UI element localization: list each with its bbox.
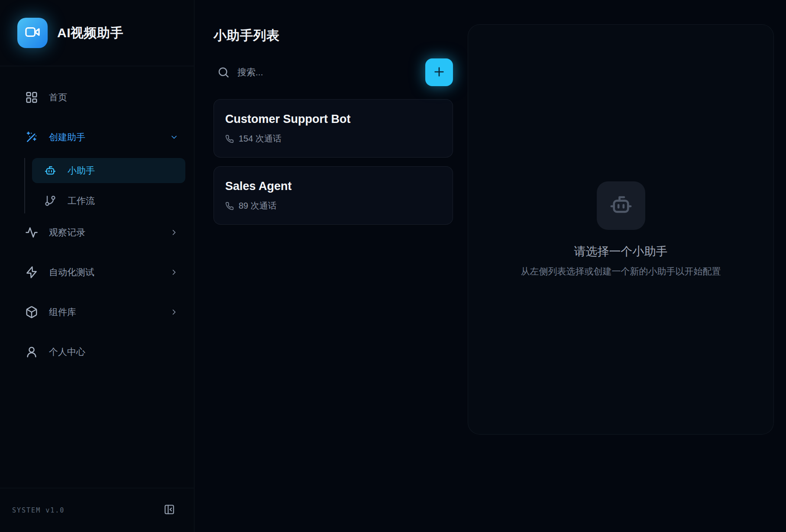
assistant-list-panel: 小助手列表 Customer Support Bot: [213, 24, 453, 532]
empty-state-icon-box: [597, 181, 645, 230]
panel-left-close-icon: [164, 510, 175, 516]
zap-icon: [25, 266, 38, 279]
assistant-list: Customer Support Bot 154 次通话 Sales Agent: [213, 99, 453, 225]
sidebar-item-label: 工作流: [68, 195, 95, 207]
bot-icon: [609, 193, 633, 219]
chevron-right-icon: [170, 268, 178, 277]
collapse-sidebar-button[interactable]: [163, 504, 176, 517]
plus-icon: [432, 65, 446, 80]
sidebar-submenu: 小助手 工作流: [24, 158, 185, 213]
chevron-right-icon: [170, 228, 178, 237]
sidebar-item-create-assistant[interactable]: 创建助手: [17, 124, 185, 150]
sidebar-item-label: 组件库: [49, 306, 76, 318]
search-row: [213, 58, 453, 86]
assistant-card[interactable]: Customer Support Bot 154 次通话: [213, 99, 453, 158]
assistant-detail-panel: 请选择一个小助手 从左侧列表选择或创建一个新的小助手以开始配置: [468, 24, 774, 435]
app-logo: [17, 18, 48, 48]
system-version: SYSTEM v1.0: [12, 506, 65, 514]
sidebar-nav: 首页 创建助手 小助手: [0, 66, 194, 488]
assistant-name: Sales Agent: [225, 180, 440, 193]
sidebar-item-label: 观察记录: [49, 226, 85, 239]
assistant-name: Customer Support Bot: [225, 113, 440, 126]
search-icon: [217, 66, 230, 79]
empty-state: 请选择一个小助手 从左侧列表选择或创建一个新的小助手以开始配置: [521, 181, 721, 277]
sidebar: AI视频助手 首页 创建助手: [0, 0, 194, 532]
add-assistant-button[interactable]: [425, 58, 453, 86]
activity-icon: [25, 226, 38, 239]
sidebar-item-assistants[interactable]: 小助手: [32, 158, 185, 183]
sidebar-item-label: 个人中心: [49, 346, 85, 358]
sidebar-item-home[interactable]: 首页: [17, 84, 185, 110]
assistant-card[interactable]: Sales Agent 89 次通话: [213, 166, 453, 225]
box-icon: [25, 306, 38, 319]
page-title: 小助手列表: [213, 27, 453, 45]
chevron-down-icon: [170, 133, 178, 142]
search-input[interactable]: [237, 67, 425, 77]
sidebar-item-observation-log[interactable]: 观察记录: [17, 219, 185, 245]
bot-icon: [44, 164, 56, 177]
video-camera-icon: [24, 24, 41, 42]
call-count: 154 次通话: [239, 133, 281, 145]
chevron-right-icon: [170, 308, 178, 316]
sidebar-item-label: 自动化测试: [49, 266, 94, 278]
phone-icon: [225, 202, 234, 210]
app-root: AI视频助手 首页 创建助手: [0, 0, 786, 532]
sidebar-item-component-library[interactable]: 组件库: [17, 299, 185, 325]
sidebar-item-workflow[interactable]: 工作流: [32, 188, 185, 213]
phone-icon: [225, 135, 234, 143]
assistant-call-stat: 89 次通话: [225, 200, 440, 212]
sidebar-header: AI视频助手: [0, 0, 194, 66]
dashboard-icon: [25, 91, 38, 104]
app-title: AI视频助手: [57, 24, 123, 42]
call-count: 89 次通话: [239, 200, 277, 212]
empty-state-title: 请选择一个小助手: [574, 244, 668, 259]
sidebar-item-label: 创建助手: [49, 131, 85, 143]
sidebar-item-automation-test[interactable]: 自动化测试: [17, 259, 185, 285]
user-icon: [25, 345, 38, 358]
workflow-branch-icon: [44, 195, 56, 207]
empty-state-subtitle: 从左侧列表选择或创建一个新的小助手以开始配置: [521, 265, 721, 277]
magic-wand-icon: [25, 131, 38, 144]
sidebar-item-label: 首页: [49, 91, 67, 103]
sidebar-footer: SYSTEM v1.0: [0, 488, 194, 532]
sidebar-item-profile[interactable]: 个人中心: [17, 339, 185, 365]
sidebar-item-label: 小助手: [68, 164, 95, 177]
assistant-call-stat: 154 次通话: [225, 133, 440, 145]
main-content: 小助手列表 Customer Support Bot: [194, 0, 786, 532]
